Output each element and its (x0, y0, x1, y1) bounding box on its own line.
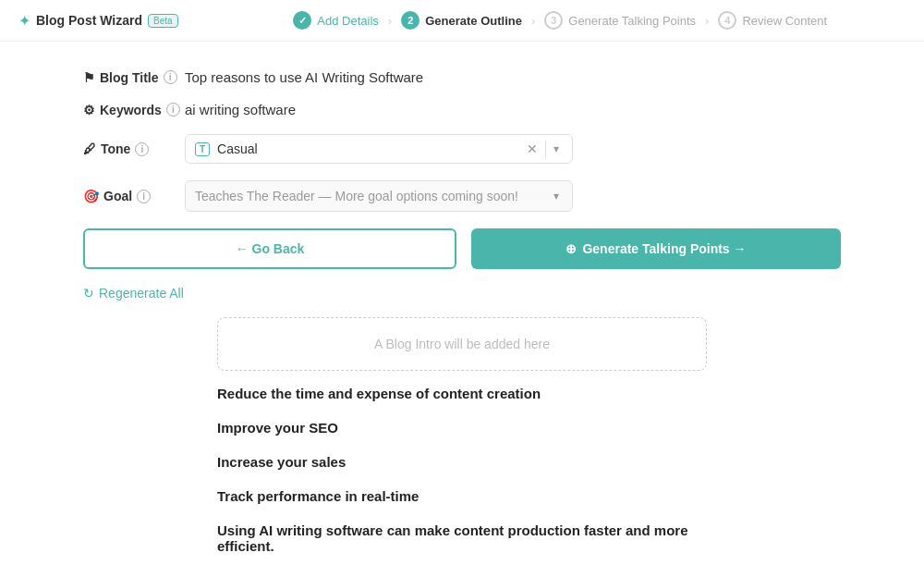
outline-item-5: Using AI writing software can make conte… (217, 522, 707, 554)
tone-label: Tone (101, 141, 130, 156)
blog-title-info-icon[interactable]: i (164, 70, 177, 84)
step-circle-1: ✓ (293, 11, 311, 30)
tone-format-icon: T (195, 142, 210, 156)
goal-placeholder: Teaches The Reader — More goal options c… (195, 189, 518, 203)
back-button-label: ← Go Back (236, 241, 305, 256)
tone-chevron-icon[interactable]: ▾ (550, 142, 563, 155)
regenerate-icon: ↻ (83, 286, 94, 301)
stepper: ✓ Add Details › 2 Generate Outline › 3 G… (215, 11, 906, 30)
app-title: Blog Post Wizard (36, 13, 142, 28)
outline-item-1: Reduce the time and expense of content c… (217, 386, 707, 401)
goal-icon: 🎯 (83, 189, 99, 203)
keywords-icon: ⚙ (83, 103, 95, 117)
step-review-content[interactable]: 4 Review Content (718, 11, 827, 30)
tone-divider (545, 141, 546, 157)
step-arrow-1: › (388, 14, 392, 28)
step-add-details[interactable]: ✓ Add Details (293, 11, 378, 30)
keywords-label: Keywords (100, 103, 162, 117)
tone-clear-icon[interactable]: ✕ (523, 141, 541, 156)
tone-row: 🖊 Tone i T Casual ✕ ▾ (83, 134, 841, 164)
keywords-info-icon[interactable]: i (166, 103, 180, 117)
goal-label-group: 🎯 Goal i (83, 189, 185, 203)
goal-select[interactable]: Teaches The Reader — More goal options c… (185, 180, 573, 212)
tone-select[interactable]: T Casual ✕ ▾ (185, 134, 573, 164)
step-generate-outline[interactable]: 2 Generate Outline (401, 11, 522, 30)
tone-label-group: 🖊 Tone i (83, 141, 185, 156)
logo-area: ✦ Blog Post Wizard Beta (18, 12, 178, 30)
tone-info-icon[interactable]: i (135, 142, 149, 156)
header: ✦ Blog Post Wizard Beta ✓ Add Details › … (0, 0, 924, 42)
step-circle-3: 3 (544, 11, 563, 30)
regenerate-label: Regenerate All (99, 286, 184, 301)
tone-icon: 🖊 (83, 141, 96, 156)
keywords-value: ai writing software (185, 102, 296, 117)
outline-item-3: Increase your sales (217, 454, 707, 470)
step-label-4: Review Content (742, 14, 827, 28)
goal-row: 🎯 Goal i Teaches The Reader — More goal … (83, 180, 841, 212)
generate-icon: ⊕ (565, 241, 577, 256)
tone-select-value: Casual (217, 141, 258, 156)
outline-item-4: Track performance in real-time (217, 488, 707, 504)
back-button[interactable]: ← Go Back (83, 228, 456, 269)
keywords-label-group: ⚙ Keywords i (83, 103, 185, 117)
goal-label: Goal (103, 189, 132, 203)
main-content: ⚑ Blog Title i Top reasons to use AI Wri… (65, 42, 859, 565)
step-label-3: Generate Talking Points (568, 14, 696, 28)
step-circle-4: 4 (718, 11, 736, 30)
blog-title-label-group: ⚑ Blog Title i (83, 70, 185, 85)
intro-placeholder-box: A Blog Intro will be added here (217, 317, 707, 371)
blog-title-label: Blog Title (100, 70, 159, 85)
regenerate-all-button[interactable]: ↻ Regenerate All (83, 286, 841, 301)
content-area: A Blog Intro will be added here Reduce t… (217, 317, 707, 565)
logo-icon: ✦ (18, 12, 30, 30)
blog-title-row: ⚑ Blog Title i Top reasons to use AI Wri… (83, 69, 841, 85)
step-arrow-3: › (705, 14, 709, 28)
generate-talking-points-button[interactable]: ⊕ Generate Talking Points → (471, 228, 841, 269)
step-circle-2: 2 (401, 11, 419, 30)
button-row: ← Go Back ⊕ Generate Talking Points → (83, 228, 841, 269)
intro-placeholder-text: A Blog Intro will be added here (374, 337, 550, 351)
generate-button-label: Generate Talking Points → (582, 241, 746, 256)
step-generate-talking-points[interactable]: 3 Generate Talking Points (544, 11, 696, 30)
keywords-row: ⚙ Keywords i ai writing software (83, 102, 841, 117)
step-label-2: Generate Outline (425, 14, 522, 28)
blog-title-icon: ⚑ (83, 70, 95, 85)
tone-controls: ✕ ▾ (523, 141, 563, 157)
step-arrow-2: › (531, 14, 535, 28)
blog-title-value: Top reasons to use AI Writing Software (185, 69, 423, 85)
goal-chevron-icon[interactable]: ▾ (550, 190, 563, 203)
goal-info-icon[interactable]: i (137, 190, 151, 203)
outline-item-2: Improve your SEO (217, 420, 707, 436)
tone-select-inner: T Casual (195, 141, 258, 156)
step-label-1: Add Details (317, 14, 378, 28)
beta-badge: Beta (148, 14, 178, 28)
